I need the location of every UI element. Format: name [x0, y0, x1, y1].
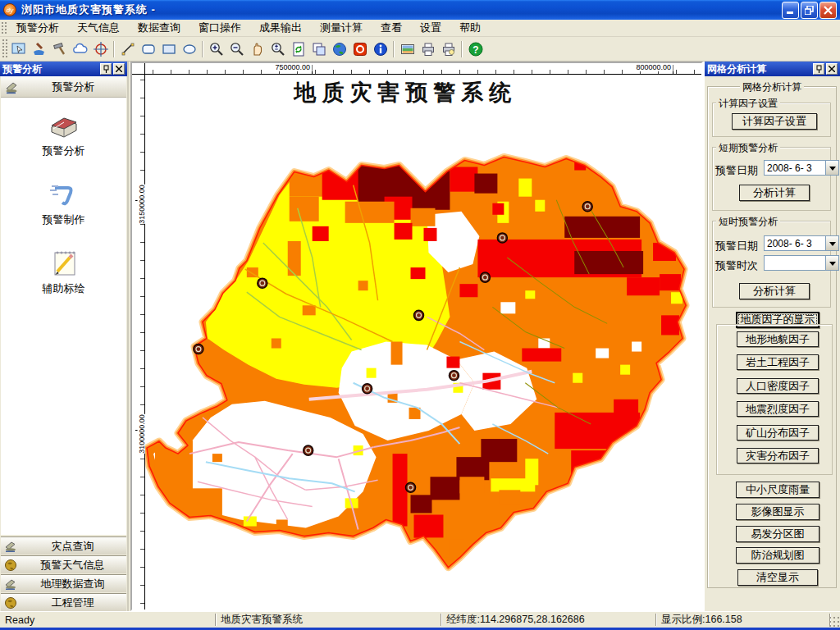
map-view: 750000.00 800000.00 3150000.00 3100000.0… [130, 62, 703, 611]
left-section-label: 地理数据查询 [19, 577, 126, 591]
copy-layers-button[interactable] [308, 39, 329, 59]
image-display-button[interactable]: 影像图显示 [736, 504, 819, 520]
draw-rect-button[interactable] [158, 39, 179, 59]
main-area: 预警分析 预警分析 预警分析 预警制作 [0, 62, 840, 611]
draw-line-button[interactable] [117, 39, 138, 59]
chevron-down-icon[interactable] [825, 236, 838, 250]
menu-weather-info[interactable]: 天气信息 [68, 19, 129, 37]
zoom-extent-button[interactable] [267, 39, 288, 59]
window-title: 浏阳市地质灾害预警系统 - [21, 2, 780, 17]
restore-icon [805, 6, 814, 15]
map-select-icon [11, 41, 27, 57]
menu-measure-calc[interactable]: 测量计算 [311, 19, 372, 37]
toolbar: ? [0, 37, 840, 62]
center-target-icon [93, 41, 109, 57]
chevron-down-icon[interactable] [825, 161, 838, 175]
menu-warning-analysis[interactable]: 预警分析 [7, 19, 68, 37]
draw-roundrect-button[interactable] [138, 39, 158, 59]
resize-grip[interactable] [829, 616, 840, 628]
warning-date-label: 预警日期 [715, 239, 758, 253]
hammer-icon [52, 41, 68, 57]
terrain-factor-button[interactable]: 地形地貌因子 [737, 331, 819, 347]
globe-button[interactable] [329, 39, 349, 59]
stamp-icon [4, 80, 21, 94]
left-panel-close-button[interactable] [113, 63, 125, 75]
left-panel-pin-button[interactable] [100, 63, 112, 75]
prevention-plan-button[interactable]: 防治规划图 [736, 547, 819, 564]
menu-data-query[interactable]: 数据查询 [129, 19, 189, 37]
rainfall-scale-button[interactable]: 中小尺度雨量 [736, 482, 819, 498]
left-item-warning-analysis[interactable]: 预警分析 [15, 109, 113, 158]
globe-icon [331, 41, 348, 57]
cloud-button[interactable] [70, 39, 90, 59]
globe-icon [4, 596, 19, 609]
groupbox-legend: 短时预警分析 [716, 215, 780, 229]
right-panel-close-button[interactable] [826, 63, 838, 75]
population-factor-button[interactable]: 人口密度因子 [737, 378, 819, 394]
menubar-grip[interactable] [1, 21, 7, 34]
zoom-in-button[interactable] [206, 39, 226, 59]
seismic-factor-button[interactable]: 地震烈度因子 [737, 401, 819, 417]
short-term-date-combobox[interactable]: 2008- 6- 3 [764, 160, 839, 176]
right-panel-content: 网格分析计算 计算因子设置 计算因子设置 短期预警分析 预警日期 2008- 6… [705, 76, 840, 611]
paint-brush-button[interactable] [29, 39, 49, 59]
zoom-out-button[interactable] [226, 39, 247, 59]
town-marker [497, 233, 507, 243]
left-section-label: 灾点查询 [19, 539, 126, 554]
short-time-analyze-button[interactable]: 分析计算 [739, 283, 810, 299]
left-panel-caption: 预警分析 [0, 62, 127, 76]
help-button[interactable]: ? [465, 39, 486, 59]
left-section-label: 预警天气信息 [19, 558, 126, 573]
left-panel-list: 预警分析 预警制作 辅助标绘 [1, 98, 126, 535]
right-panel-pin-button[interactable] [813, 63, 824, 75]
toolbar-grip[interactable] [2, 39, 7, 59]
calc-factor-settings-button[interactable]: 计算因子设置 [732, 113, 817, 130]
left-section-geo-data-query[interactable]: 地理数据查询 [1, 574, 126, 592]
pan-hand-button[interactable] [247, 39, 267, 59]
map-select-button[interactable] [8, 39, 29, 59]
zoom-in-icon [208, 41, 225, 57]
menu-settings[interactable]: 设置 [411, 19, 450, 37]
left-section-project-management[interactable]: 工程管理 [1, 593, 126, 611]
left-item-label: 预警制作 [43, 212, 85, 227]
left-item-warning-production[interactable]: 预警制作 [15, 178, 113, 227]
menu-help[interactable]: 帮助 [450, 19, 490, 37]
refresh-page-button[interactable] [288, 39, 308, 59]
print-button[interactable] [418, 39, 438, 59]
short-term-analyze-button[interactable]: 分析计算 [739, 185, 810, 201]
left-section-disaster-query[interactable]: 灾点查询 [1, 536, 126, 555]
hook-tool-icon [47, 178, 81, 209]
draw-ellipse-button[interactable] [179, 39, 199, 59]
menu-result-output[interactable]: 成果输出 [250, 19, 311, 37]
info-button[interactable] [370, 39, 390, 59]
menu-view[interactable]: 查看 [372, 19, 411, 37]
short-time-date-combobox[interactable]: 2008- 6- 3 [764, 235, 839, 251]
copy-layers-icon [311, 41, 327, 57]
hammer-button[interactable] [49, 39, 70, 59]
geotech-factor-button[interactable]: 岩土工程因子 [737, 354, 819, 370]
draw-rect-icon [161, 41, 177, 57]
close-button[interactable] [819, 2, 837, 19]
stop-button[interactable] [349, 39, 370, 59]
left-panel-header: 预警分析 [1, 76, 126, 98]
susceptibility-map-button[interactable]: 易发分区图 [736, 526, 819, 542]
disaster-factor-button[interactable]: 灾害分布因子 [737, 448, 819, 463]
map-canvas[interactable]: 地质灾害预警系统 [145, 75, 701, 609]
warning-time-combobox[interactable] [764, 255, 839, 271]
town-marker [258, 278, 267, 288]
mine-factor-button[interactable]: 矿山分布因子 [737, 425, 819, 441]
horizontal-ruler: 750000.00 800000.00 [145, 63, 701, 75]
town-marker [414, 310, 424, 320]
minimize-icon [787, 7, 795, 14]
chevron-down-icon[interactable] [825, 256, 838, 270]
minimize-button[interactable] [782, 2, 799, 19]
left-section-warning-weather[interactable]: 预警天气信息 [1, 555, 126, 573]
center-target-button[interactable] [90, 39, 111, 59]
print-preview-button[interactable] [438, 39, 459, 59]
legend-image-button[interactable] [397, 39, 418, 59]
left-panel-title: 预警分析 [2, 62, 98, 76]
menu-window-ops[interactable]: 窗口操作 [189, 19, 250, 37]
restore-button[interactable] [801, 2, 818, 19]
left-item-aux-plotting[interactable]: 辅助标绘 [15, 247, 113, 296]
clear-display-button[interactable]: 清空显示 [737, 569, 818, 586]
